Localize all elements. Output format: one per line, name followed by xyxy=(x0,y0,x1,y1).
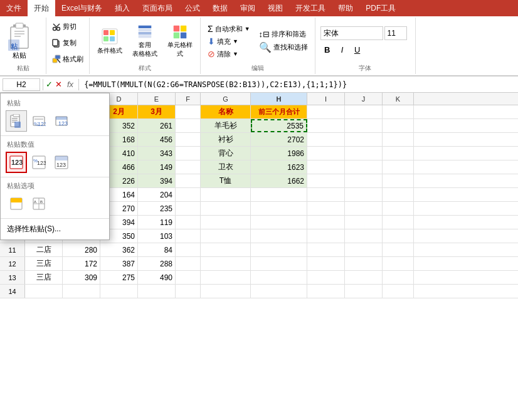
cell-F13[interactable] xyxy=(176,271,201,284)
cell-E11[interactable]: 84 xyxy=(138,243,176,256)
cell-F9[interactable] xyxy=(176,216,201,229)
cell-K10[interactable] xyxy=(383,229,414,243)
name-box[interactable] xyxy=(3,78,40,91)
menu-view[interactable]: 视图 xyxy=(262,0,289,16)
copy-button[interactable]: 复制 xyxy=(50,38,85,48)
cell-K14[interactable] xyxy=(383,285,414,298)
autosum-button[interactable]: Σ 自动求和 ▼ xyxy=(206,23,252,34)
col-header-J[interactable]: J xyxy=(345,93,383,105)
font-size-input[interactable] xyxy=(384,26,407,40)
cell-G10[interactable] xyxy=(201,229,251,243)
cell-C11[interactable]: 280 xyxy=(63,243,100,256)
cell-B14[interactable] xyxy=(25,285,63,298)
cell-J3[interactable] xyxy=(345,133,383,146)
cell-H1[interactable]: 前三个月合计 xyxy=(251,105,307,118)
cell-J7[interactable] xyxy=(345,188,383,201)
cell-F10[interactable] xyxy=(176,229,201,243)
paste-icon-btn-2[interactable]: % 123 xyxy=(28,110,50,132)
cell-H6[interactable]: 1662 xyxy=(251,174,307,187)
cell-F4[interactable] xyxy=(176,147,201,160)
cell-G13[interactable] xyxy=(201,271,251,284)
cell-E4[interactable]: 343 xyxy=(138,147,176,160)
paste-icon-btn-1[interactable] xyxy=(6,110,27,132)
paste-value-icon-btn-2[interactable]: % 123 xyxy=(28,152,50,173)
cell-J4[interactable] xyxy=(345,147,383,160)
cell-G7[interactable] xyxy=(201,188,251,201)
cell-I12[interactable] xyxy=(307,257,345,270)
paste-icon-btn-3[interactable]: 123 xyxy=(51,110,72,132)
cell-B12[interactable]: 三店 xyxy=(25,257,63,270)
cell-G4[interactable]: 背心 xyxy=(201,147,251,160)
format-painter-button[interactable]: 格式刷 xyxy=(50,54,85,65)
menu-excel-finance[interactable]: Excel与财务 xyxy=(55,0,108,16)
cell-J13[interactable] xyxy=(345,271,383,284)
cell-H13[interactable] xyxy=(251,271,307,284)
cell-F1[interactable] xyxy=(176,105,201,118)
col-header-G[interactable]: G xyxy=(201,93,251,105)
bold-button[interactable]: B xyxy=(320,43,334,56)
paste-option-icon-2[interactable]: AB xyxy=(28,193,50,214)
cell-J11[interactable] xyxy=(345,243,383,256)
underline-button[interactable]: U xyxy=(351,43,364,56)
cell-H12[interactable] xyxy=(251,257,307,270)
cell-J5[interactable] xyxy=(345,160,383,174)
cell-D13[interactable]: 275 xyxy=(100,271,138,284)
col-header-K[interactable]: K xyxy=(383,93,414,105)
cell-E10[interactable]: 103 xyxy=(138,229,176,243)
cell-K9[interactable] xyxy=(383,216,414,229)
cell-E12[interactable]: 288 xyxy=(138,257,176,270)
cell-C13[interactable]: 309 xyxy=(63,271,100,284)
italic-button[interactable]: I xyxy=(336,43,349,56)
cell-H14[interactable] xyxy=(251,285,307,298)
col-header-F[interactable]: F xyxy=(176,93,201,105)
cell-F14[interactable] xyxy=(176,285,201,298)
cell-G14[interactable] xyxy=(201,285,251,298)
menu-help[interactable]: 帮助 xyxy=(332,0,359,16)
cell-H11[interactable] xyxy=(251,243,307,256)
cell-I3[interactable] xyxy=(307,133,345,146)
cell-F3[interactable] xyxy=(176,133,201,146)
cell-F6[interactable] xyxy=(176,174,201,187)
cell-K5[interactable] xyxy=(383,160,414,174)
menu-file[interactable]: 文件 xyxy=(0,0,28,16)
cell-I5[interactable] xyxy=(307,160,345,174)
paste-option-icon-1[interactable] xyxy=(6,193,27,214)
cell-D11[interactable]: 362 xyxy=(100,243,138,256)
cell-F8[interactable] xyxy=(176,202,201,215)
cell-J8[interactable] xyxy=(345,202,383,215)
cell-G5[interactable]: 卫衣 xyxy=(201,160,251,174)
cell-I9[interactable] xyxy=(307,216,345,229)
cell-E7[interactable]: 204 xyxy=(138,188,176,201)
cell-H8[interactable] xyxy=(251,202,307,215)
cell-I13[interactable] xyxy=(307,271,345,284)
paste-value-icon-btn-1[interactable]: 123 xyxy=(6,152,27,173)
cell-H4[interactable]: 1986 xyxy=(251,147,307,160)
cell-K1[interactable] xyxy=(383,105,414,118)
cancel-icon[interactable]: ✕ xyxy=(55,80,62,89)
cell-G12[interactable] xyxy=(201,257,251,270)
cell-G3[interactable]: 衬衫 xyxy=(201,133,251,146)
cell-H5[interactable]: 1623 xyxy=(251,160,307,174)
cell-F11[interactable] xyxy=(176,243,201,256)
cell-I10[interactable] xyxy=(307,229,345,243)
menu-review[interactable]: 审阅 xyxy=(234,0,262,16)
cell-J2[interactable] xyxy=(345,119,383,132)
paste-button[interactable]: 粘 粘贴 xyxy=(5,20,34,62)
cell-E2[interactable]: 261 xyxy=(138,119,176,132)
menu-home[interactable]: 开始 xyxy=(28,0,55,16)
menu-pdf[interactable]: PDF工具 xyxy=(359,0,402,16)
cell-E14[interactable] xyxy=(138,285,176,298)
menu-developer[interactable]: 开发工具 xyxy=(289,0,332,16)
cell-I7[interactable] xyxy=(307,188,345,201)
cell-J14[interactable] xyxy=(345,285,383,298)
cell-H7[interactable] xyxy=(251,188,307,201)
cell-E1[interactable]: 3月 xyxy=(138,105,176,118)
cell-B13[interactable]: 三店 xyxy=(25,271,63,284)
menu-page-layout[interactable]: 页面布局 xyxy=(136,0,179,16)
cell-D12[interactable]: 387 xyxy=(100,257,138,270)
col-header-I[interactable]: I xyxy=(307,93,345,105)
cell-H10[interactable] xyxy=(251,229,307,243)
cell-C14[interactable] xyxy=(63,285,100,298)
cell-G2[interactable]: 羊毛衫 xyxy=(201,119,251,132)
cell-K3[interactable] xyxy=(383,133,414,146)
